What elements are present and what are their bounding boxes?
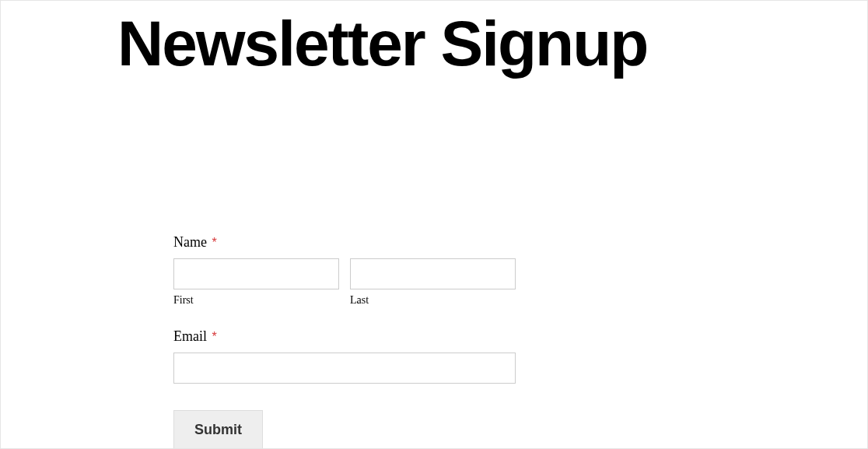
email-label-text: Email: [173, 328, 207, 344]
submit-button[interactable]: Submit: [173, 410, 263, 449]
name-label-text: Name: [173, 234, 207, 250]
email-label: Email *: [173, 328, 516, 345]
name-field-group: Name * First Last: [173, 234, 516, 307]
last-name-column: Last: [350, 258, 516, 307]
last-name-input[interactable]: [350, 258, 516, 289]
signup-form: Name * First Last Email * Submit: [173, 234, 516, 449]
required-asterisk-icon: *: [212, 236, 216, 249]
email-field-group: Email *: [173, 328, 516, 384]
name-row: First Last: [173, 258, 516, 307]
email-input[interactable]: [173, 353, 516, 384]
page-title: Newsletter Signup: [117, 9, 647, 79]
name-label: Name *: [173, 234, 516, 251]
first-name-column: First: [173, 258, 339, 307]
first-name-input[interactable]: [173, 258, 339, 289]
required-asterisk-icon: *: [212, 330, 217, 343]
first-name-sublabel: First: [173, 294, 339, 307]
last-name-sublabel: Last: [350, 294, 516, 307]
